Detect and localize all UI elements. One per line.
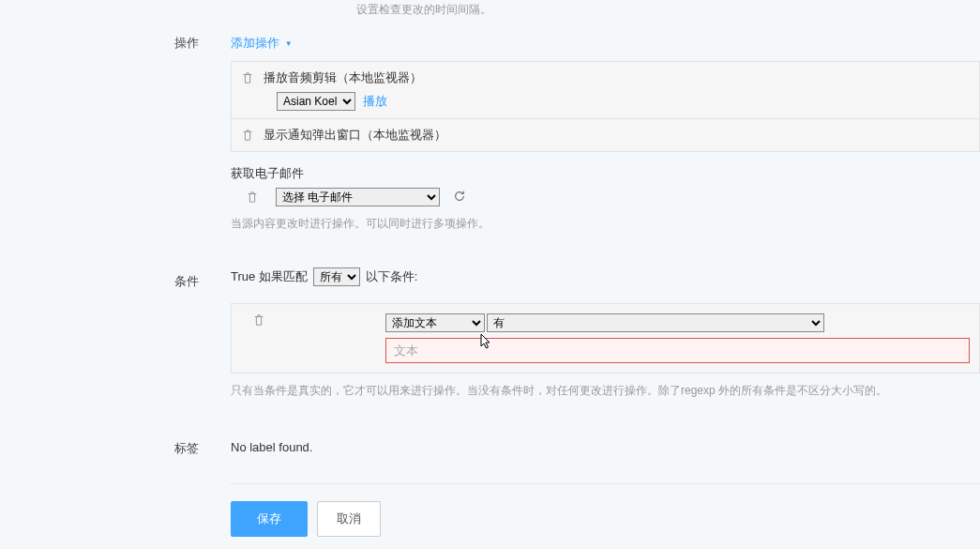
condition-intro-suffix: 以下条件: bbox=[366, 268, 418, 285]
condition-text-input[interactable] bbox=[385, 338, 970, 363]
caret-down-icon: ▼ bbox=[285, 39, 293, 48]
action-title: 播放音频剪辑（本地监视器） bbox=[264, 69, 422, 86]
email-action-title: 获取电子邮件 bbox=[231, 158, 980, 188]
add-action-label: 添加操作 bbox=[231, 36, 279, 50]
condition-operator-select[interactable]: 有 bbox=[487, 313, 824, 332]
trash-icon[interactable] bbox=[241, 71, 254, 84]
add-action-dropdown[interactable]: 添加操作 ▼ bbox=[231, 29, 293, 57]
action-item: 显示通知弹出窗口（本地监视器） bbox=[232, 119, 979, 151]
labels-section-label: 标签 bbox=[174, 435, 231, 457]
action-item: 播放音频剪辑（本地监视器） Asian Koel 播放 bbox=[232, 62, 979, 119]
match-mode-select[interactable]: 所有 bbox=[313, 267, 360, 286]
cancel-button[interactable]: 取消 bbox=[317, 501, 381, 537]
trash-icon[interactable] bbox=[241, 129, 254, 142]
save-button[interactable]: 保存 bbox=[231, 501, 308, 537]
interval-help-text: 设置检查更改的时间间隔。 bbox=[356, 0, 980, 18]
action-title: 显示通知弹出窗口（本地监视器） bbox=[264, 127, 446, 144]
condition-intro-prefix: True 如果匹配 bbox=[231, 268, 308, 285]
conditions-section-label: 条件 bbox=[174, 267, 231, 290]
trash-icon[interactable] bbox=[246, 191, 259, 204]
condition-field-select[interactable]: 添加文本 bbox=[385, 313, 485, 332]
email-select[interactable]: 选择 电子邮件 bbox=[276, 188, 440, 206]
trash-icon[interactable] bbox=[252, 313, 385, 327]
actions-help-text: 当源内容更改时进行操作。可以同时进行多项操作。 bbox=[231, 216, 980, 232]
conditions-help-text: 只有当条件是真实的，它才可以用来进行操作。当没有条件时，对任何更改进行操作。除了… bbox=[231, 383, 980, 399]
email-action: 获取电子邮件 选择 电子邮件 bbox=[231, 158, 980, 206]
actions-list: 播放音频剪辑（本地监视器） Asian Koel 播放 bbox=[231, 61, 980, 152]
refresh-icon[interactable] bbox=[453, 190, 466, 206]
divider bbox=[231, 483, 980, 484]
actions-section-label: 操作 bbox=[174, 29, 231, 52]
condition-row: 添加文本 有 bbox=[231, 303, 980, 374]
audio-clip-select[interactable]: Asian Koel bbox=[277, 92, 355, 111]
labels-value: No label found. bbox=[231, 435, 980, 454]
play-link[interactable]: 播放 bbox=[363, 93, 387, 110]
